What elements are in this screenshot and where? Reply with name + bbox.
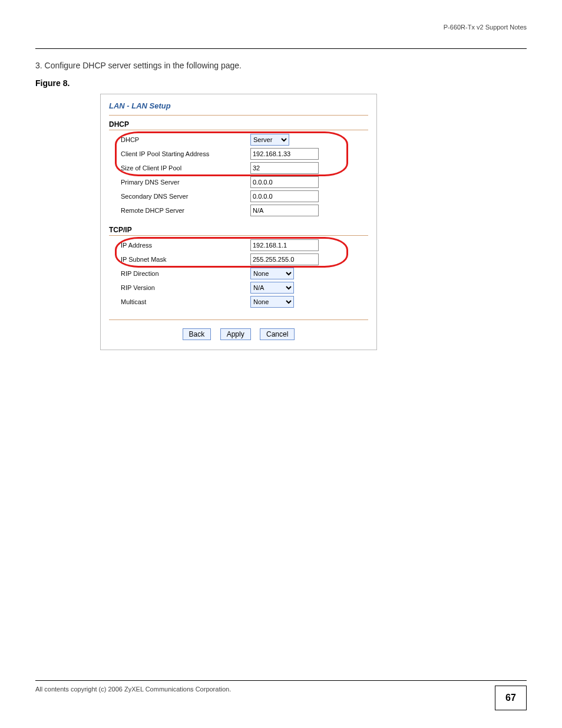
tcpip-section-title: TCP/IP: [109, 226, 368, 234]
dhcp-section-title: DHCP: [109, 120, 368, 129]
pool-start-input[interactable]: [250, 148, 319, 160]
footer: All contents copyright (c) 2006 ZyXEL Co…: [35, 680, 527, 710]
pool-size-input[interactable]: [250, 162, 319, 174]
cancel-button[interactable]: Cancel: [260, 328, 295, 340]
dhcp-label: DHCP: [121, 136, 250, 143]
remote-dhcp-input[interactable]: [250, 205, 319, 216]
rip-version-label: RIP Version: [121, 284, 250, 291]
subnet-mask-input[interactable]: [250, 253, 319, 265]
header-rule: [35, 48, 527, 49]
footer-copyright: All contents copyright (c) 2006 ZyXEL Co…: [35, 686, 231, 693]
primary-dns-input[interactable]: [250, 176, 319, 188]
lan-setup-panel: LAN - LAN Setup DHCP DHCP Server Client …: [100, 94, 377, 350]
pool-start-label: Client IP Pool Starting Address: [121, 150, 250, 157]
apply-button[interactable]: Apply: [220, 328, 251, 340]
rip-version-select[interactable]: N/A: [250, 282, 294, 294]
breadcrumb: LAN - LAN Setup: [109, 100, 368, 116]
multicast-label: Multicast: [121, 298, 250, 305]
pool-size-label: Size of Client IP Pool: [121, 164, 250, 172]
rip-direction-label: RIP Direction: [121, 270, 250, 277]
footer-rule: [35, 680, 527, 681]
secondary-dns-input[interactable]: [250, 190, 319, 202]
intro-text: 3. Configure DHCP server settings in the…: [35, 61, 527, 70]
tcpip-highlight-group: IP Address IP Subnet Mask: [109, 238, 368, 266]
multicast-select[interactable]: None: [250, 296, 294, 308]
ip-address-input[interactable]: [250, 239, 319, 251]
ip-address-label: IP Address: [121, 242, 250, 249]
back-button[interactable]: Back: [183, 328, 211, 340]
remote-dhcp-label: Remote DHCP Server: [121, 207, 250, 214]
header-text: P-660R-Tx v2 Support Notes: [35, 24, 527, 31]
subnet-mask-label: IP Subnet Mask: [121, 256, 250, 263]
dhcp-select[interactable]: Server: [250, 134, 289, 146]
button-row: Back Apply Cancel: [109, 319, 368, 340]
section-rule: [109, 235, 368, 236]
page-number: 67: [495, 686, 527, 710]
dhcp-highlight-group: DHCP Server Client IP Pool Starting Addr…: [109, 133, 368, 175]
primary-dns-label: Primary DNS Server: [121, 179, 250, 186]
rip-direction-select[interactable]: None: [250, 268, 294, 279]
figure-caption: Figure 8.: [35, 78, 527, 88]
secondary-dns-label: Secondary DNS Server: [121, 193, 250, 200]
section-rule: [109, 130, 368, 130]
